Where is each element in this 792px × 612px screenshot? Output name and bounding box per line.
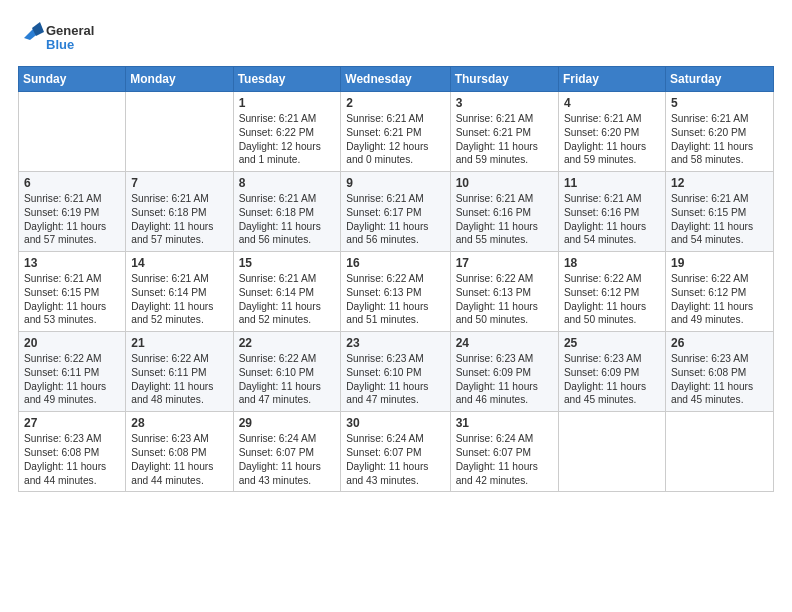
cell-content: Sunrise: 6:21 AM Sunset: 6:19 PM Dayligh… xyxy=(24,192,120,247)
calendar-cell: 28Sunrise: 6:23 AM Sunset: 6:08 PM Dayli… xyxy=(126,412,233,492)
cell-content: Sunrise: 6:23 AM Sunset: 6:09 PM Dayligh… xyxy=(564,352,660,407)
calendar-cell: 11Sunrise: 6:21 AM Sunset: 6:16 PM Dayli… xyxy=(558,172,665,252)
cell-content: Sunrise: 6:22 AM Sunset: 6:11 PM Dayligh… xyxy=(24,352,120,407)
calendar-header-row: SundayMondayTuesdayWednesdayThursdayFrid… xyxy=(19,67,774,92)
day-number: 14 xyxy=(131,256,227,270)
calendar-cell: 30Sunrise: 6:24 AM Sunset: 6:07 PM Dayli… xyxy=(341,412,450,492)
day-number: 8 xyxy=(239,176,336,190)
day-number: 31 xyxy=(456,416,553,430)
cell-content: Sunrise: 6:24 AM Sunset: 6:07 PM Dayligh… xyxy=(456,432,553,487)
cell-content: Sunrise: 6:21 AM Sunset: 6:16 PM Dayligh… xyxy=(564,192,660,247)
calendar-cell: 17Sunrise: 6:22 AM Sunset: 6:13 PM Dayli… xyxy=(450,252,558,332)
day-of-week-header: Tuesday xyxy=(233,67,341,92)
calendar-cell: 7Sunrise: 6:21 AM Sunset: 6:18 PM Daylig… xyxy=(126,172,233,252)
calendar-cell: 9Sunrise: 6:21 AM Sunset: 6:17 PM Daylig… xyxy=(341,172,450,252)
page: General Blue SundayMondayTuesdayWednesda… xyxy=(0,0,792,612)
day-number: 5 xyxy=(671,96,768,110)
cell-content: Sunrise: 6:21 AM Sunset: 6:15 PM Dayligh… xyxy=(24,272,120,327)
calendar-cell xyxy=(19,92,126,172)
day-of-week-header: Monday xyxy=(126,67,233,92)
calendar-week-row: 27Sunrise: 6:23 AM Sunset: 6:08 PM Dayli… xyxy=(19,412,774,492)
cell-content: Sunrise: 6:21 AM Sunset: 6:18 PM Dayligh… xyxy=(131,192,227,247)
calendar-cell: 24Sunrise: 6:23 AM Sunset: 6:09 PM Dayli… xyxy=(450,332,558,412)
calendar-cell: 20Sunrise: 6:22 AM Sunset: 6:11 PM Dayli… xyxy=(19,332,126,412)
header: General Blue xyxy=(18,18,774,58)
day-number: 16 xyxy=(346,256,444,270)
cell-content: Sunrise: 6:24 AM Sunset: 6:07 PM Dayligh… xyxy=(346,432,444,487)
calendar-cell: 27Sunrise: 6:23 AM Sunset: 6:08 PM Dayli… xyxy=(19,412,126,492)
calendar-cell: 1Sunrise: 6:21 AM Sunset: 6:22 PM Daylig… xyxy=(233,92,341,172)
cell-content: Sunrise: 6:23 AM Sunset: 6:08 PM Dayligh… xyxy=(671,352,768,407)
day-number: 27 xyxy=(24,416,120,430)
cell-content: Sunrise: 6:21 AM Sunset: 6:22 PM Dayligh… xyxy=(239,112,336,167)
cell-content: Sunrise: 6:22 AM Sunset: 6:12 PM Dayligh… xyxy=(671,272,768,327)
cell-content: Sunrise: 6:23 AM Sunset: 6:08 PM Dayligh… xyxy=(131,432,227,487)
cell-content: Sunrise: 6:21 AM Sunset: 6:21 PM Dayligh… xyxy=(456,112,553,167)
day-of-week-header: Thursday xyxy=(450,67,558,92)
calendar-cell: 12Sunrise: 6:21 AM Sunset: 6:15 PM Dayli… xyxy=(665,172,773,252)
calendar-cell: 23Sunrise: 6:23 AM Sunset: 6:10 PM Dayli… xyxy=(341,332,450,412)
day-number: 7 xyxy=(131,176,227,190)
day-number: 19 xyxy=(671,256,768,270)
day-of-week-header: Sunday xyxy=(19,67,126,92)
day-number: 28 xyxy=(131,416,227,430)
logo: General Blue xyxy=(18,18,108,58)
calendar-week-row: 13Sunrise: 6:21 AM Sunset: 6:15 PM Dayli… xyxy=(19,252,774,332)
day-number: 30 xyxy=(346,416,444,430)
cell-content: Sunrise: 6:21 AM Sunset: 6:14 PM Dayligh… xyxy=(239,272,336,327)
cell-content: Sunrise: 6:21 AM Sunset: 6:21 PM Dayligh… xyxy=(346,112,444,167)
calendar-cell: 8Sunrise: 6:21 AM Sunset: 6:18 PM Daylig… xyxy=(233,172,341,252)
day-number: 13 xyxy=(24,256,120,270)
cell-content: Sunrise: 6:23 AM Sunset: 6:08 PM Dayligh… xyxy=(24,432,120,487)
cell-content: Sunrise: 6:24 AM Sunset: 6:07 PM Dayligh… xyxy=(239,432,336,487)
calendar-cell: 14Sunrise: 6:21 AM Sunset: 6:14 PM Dayli… xyxy=(126,252,233,332)
day-number: 21 xyxy=(131,336,227,350)
calendar-week-row: 1Sunrise: 6:21 AM Sunset: 6:22 PM Daylig… xyxy=(19,92,774,172)
svg-text:Blue: Blue xyxy=(46,37,74,52)
calendar-cell: 26Sunrise: 6:23 AM Sunset: 6:08 PM Dayli… xyxy=(665,332,773,412)
calendar-cell: 21Sunrise: 6:22 AM Sunset: 6:11 PM Dayli… xyxy=(126,332,233,412)
day-number: 29 xyxy=(239,416,336,430)
day-number: 4 xyxy=(564,96,660,110)
day-number: 23 xyxy=(346,336,444,350)
calendar-cell: 4Sunrise: 6:21 AM Sunset: 6:20 PM Daylig… xyxy=(558,92,665,172)
day-number: 26 xyxy=(671,336,768,350)
cell-content: Sunrise: 6:21 AM Sunset: 6:14 PM Dayligh… xyxy=(131,272,227,327)
logo-svg: General Blue xyxy=(18,18,108,58)
calendar-cell: 29Sunrise: 6:24 AM Sunset: 6:07 PM Dayli… xyxy=(233,412,341,492)
cell-content: Sunrise: 6:21 AM Sunset: 6:20 PM Dayligh… xyxy=(564,112,660,167)
day-number: 17 xyxy=(456,256,553,270)
cell-content: Sunrise: 6:21 AM Sunset: 6:20 PM Dayligh… xyxy=(671,112,768,167)
calendar-cell: 6Sunrise: 6:21 AM Sunset: 6:19 PM Daylig… xyxy=(19,172,126,252)
day-number: 6 xyxy=(24,176,120,190)
day-number: 1 xyxy=(239,96,336,110)
calendar-cell: 5Sunrise: 6:21 AM Sunset: 6:20 PM Daylig… xyxy=(665,92,773,172)
cell-content: Sunrise: 6:21 AM Sunset: 6:17 PM Dayligh… xyxy=(346,192,444,247)
cell-content: Sunrise: 6:22 AM Sunset: 6:13 PM Dayligh… xyxy=(456,272,553,327)
day-number: 25 xyxy=(564,336,660,350)
calendar-body: 1Sunrise: 6:21 AM Sunset: 6:22 PM Daylig… xyxy=(19,92,774,492)
calendar-week-row: 6Sunrise: 6:21 AM Sunset: 6:19 PM Daylig… xyxy=(19,172,774,252)
calendar-cell: 15Sunrise: 6:21 AM Sunset: 6:14 PM Dayli… xyxy=(233,252,341,332)
day-number: 12 xyxy=(671,176,768,190)
day-number: 22 xyxy=(239,336,336,350)
day-number: 15 xyxy=(239,256,336,270)
calendar-cell: 3Sunrise: 6:21 AM Sunset: 6:21 PM Daylig… xyxy=(450,92,558,172)
calendar-cell: 31Sunrise: 6:24 AM Sunset: 6:07 PM Dayli… xyxy=(450,412,558,492)
cell-content: Sunrise: 6:22 AM Sunset: 6:12 PM Dayligh… xyxy=(564,272,660,327)
cell-content: Sunrise: 6:23 AM Sunset: 6:10 PM Dayligh… xyxy=(346,352,444,407)
day-number: 20 xyxy=(24,336,120,350)
cell-content: Sunrise: 6:23 AM Sunset: 6:09 PM Dayligh… xyxy=(456,352,553,407)
day-number: 3 xyxy=(456,96,553,110)
calendar-cell xyxy=(126,92,233,172)
calendar-cell: 16Sunrise: 6:22 AM Sunset: 6:13 PM Dayli… xyxy=(341,252,450,332)
calendar-cell: 10Sunrise: 6:21 AM Sunset: 6:16 PM Dayli… xyxy=(450,172,558,252)
day-number: 18 xyxy=(564,256,660,270)
day-number: 24 xyxy=(456,336,553,350)
calendar-week-row: 20Sunrise: 6:22 AM Sunset: 6:11 PM Dayli… xyxy=(19,332,774,412)
calendar-cell: 18Sunrise: 6:22 AM Sunset: 6:12 PM Dayli… xyxy=(558,252,665,332)
calendar-cell: 22Sunrise: 6:22 AM Sunset: 6:10 PM Dayli… xyxy=(233,332,341,412)
day-of-week-header: Saturday xyxy=(665,67,773,92)
day-number: 9 xyxy=(346,176,444,190)
cell-content: Sunrise: 6:21 AM Sunset: 6:18 PM Dayligh… xyxy=(239,192,336,247)
